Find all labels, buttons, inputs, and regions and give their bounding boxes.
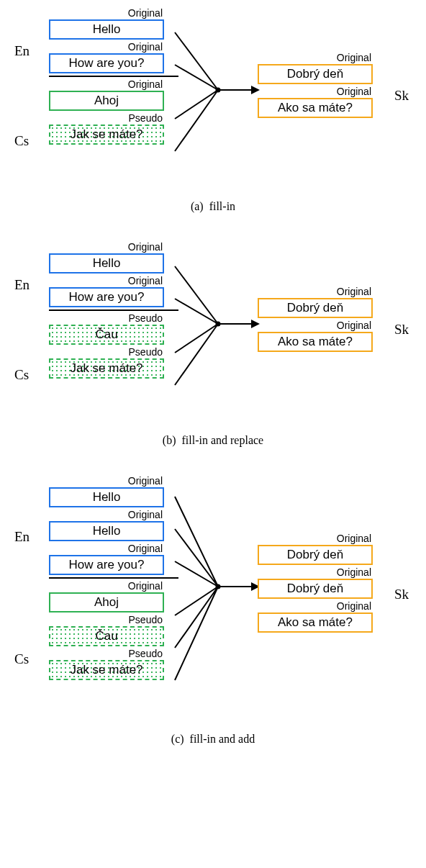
sk-text-akosamate: Ako sa máte? — [278, 335, 353, 348]
merge-arrow-icon — [168, 486, 261, 702]
tag-original: Original — [337, 601, 371, 611]
merge-arrow-icon — [168, 256, 261, 399]
label-en: En — [14, 277, 30, 293]
en-box-3: Original How are you? — [49, 555, 164, 575]
cs-text-ahoj: Ahoj — [94, 595, 119, 609]
caption-c: (c) fill-in and add — [6, 733, 420, 746]
cs-box-1: Original Ahoj — [49, 592, 164, 612]
tag-original: Original — [337, 533, 371, 543]
cs-box-1: Original Ahoj — [49, 91, 164, 111]
tag-original: Original — [337, 320, 371, 330]
en-box-2: Original How are you? — [49, 287, 164, 307]
sk-box-3: Original Ako sa máte? — [258, 612, 373, 633]
en-box-1: Original Hello — [49, 253, 164, 273]
merge-arrow-icon — [168, 22, 261, 166]
cs-box-1: Pseudo Čau — [49, 325, 164, 345]
label-sk: Sk — [394, 322, 409, 338]
left-column: Original Hello Original How are you? Pse… — [49, 241, 171, 380]
tag-pseudo: Pseudo — [129, 615, 163, 625]
tag-original: Original — [128, 242, 163, 252]
label-sk: Sk — [394, 587, 409, 602]
label-en: En — [14, 43, 30, 59]
label-en: En — [14, 529, 30, 545]
tag-original: Original — [128, 476, 163, 486]
en-text-howareyou: How are you? — [69, 290, 145, 304]
label-cs: Cs — [14, 133, 29, 149]
en-box-1: Original Hello — [49, 487, 164, 507]
cs-text-ahoj: Ahoj — [94, 94, 119, 107]
caption-a: (a) fill-in — [6, 200, 420, 213]
en-box-2: Original Hello — [49, 521, 164, 541]
cs-box-3: Pseudo Jak se máte? — [49, 660, 164, 680]
sk-text-dobryden: Dobrý deň — [287, 582, 343, 595]
sk-text-dobryden: Dobrý deň — [287, 548, 343, 561]
en-text-hello: Hello — [93, 490, 121, 504]
sk-box-2: Original Ako sa máte? — [258, 332, 373, 352]
tag-original: Original — [128, 510, 163, 520]
cs-text-cau: Čau — [95, 327, 117, 341]
sk-text-dobryden: Dobrý deň — [287, 67, 343, 81]
cs-box-2: Pseudo Čau — [49, 626, 164, 646]
tag-pseudo: Pseudo — [129, 113, 163, 123]
sk-box-1: Original Dobrý deň — [258, 64, 373, 84]
tag-original: Original — [337, 86, 371, 96]
en-box-1: Original Hello — [49, 19, 164, 40]
tag-original: Original — [128, 543, 163, 553]
sk-box-2: Original Ako sa máte? — [258, 98, 373, 118]
cs-text-jaksemate: Jak se máte? — [70, 361, 142, 375]
tag-pseudo: Pseudo — [129, 648, 163, 659]
right-column: Original Dobrý deň Original Dobrý deň Or… — [258, 533, 373, 634]
cs-text-jaksemate: Jak se máte? — [70, 663, 142, 677]
tag-original: Original — [337, 286, 371, 297]
sk-box-1: Original Dobrý deň — [258, 545, 373, 565]
en-text-hello: Hello — [93, 524, 121, 538]
cs-box-2: Pseudo Jak se máte? — [49, 125, 164, 145]
cs-text-jaksemate: Jak se máte? — [70, 127, 142, 141]
tag-original: Original — [337, 567, 371, 577]
cs-box-2: Pseudo Jak se máte? — [49, 358, 164, 379]
label-sk: Sk — [394, 88, 409, 104]
panel-a: En Cs Sk Original Hello Original How are… — [6, 7, 420, 216]
sk-box-1: Original Dobrý deň — [258, 298, 373, 318]
tag-original: Original — [337, 53, 371, 63]
sk-text-dobryden: Dobrý deň — [287, 301, 343, 315]
panel-c: En Cs Sk Original Hello Original Hello O… — [6, 475, 420, 749]
en-text-howareyou: How are you? — [69, 558, 145, 571]
tag-original: Original — [128, 42, 163, 52]
sk-box-2: Original Dobrý deň — [258, 579, 373, 599]
caption-b: (b) fill-in and replace — [6, 434, 420, 447]
right-column: Original Dobrý deň Original Ako sa máte? — [258, 286, 373, 353]
tag-pseudo: Pseudo — [129, 347, 163, 357]
tag-original: Original — [128, 581, 163, 591]
sk-text-akosamate: Ako sa máte? — [278, 101, 353, 114]
divider — [49, 309, 178, 311]
cs-text-cau: Čau — [95, 629, 117, 643]
en-text-hello: Hello — [93, 256, 121, 270]
tag-original: Original — [128, 79, 163, 89]
en-text-hello: Hello — [93, 22, 121, 36]
left-column: Original Hello Original Hello Original H… — [49, 475, 171, 682]
label-cs: Cs — [14, 651, 29, 667]
left-column: Original Hello Original How are you? Ori… — [49, 7, 171, 146]
sk-text-akosamate: Ako sa máte? — [278, 615, 353, 629]
tag-original: Original — [128, 276, 163, 286]
tag-original: Original — [128, 8, 163, 18]
tag-pseudo: Pseudo — [129, 313, 163, 323]
en-text-howareyou: How are you? — [69, 56, 145, 70]
divider — [49, 577, 178, 579]
label-cs: Cs — [14, 367, 29, 383]
en-box-2: Original How are you? — [49, 53, 164, 73]
right-column: Original Dobrý deň Original Ako sa máte? — [258, 52, 373, 119]
panel-b: En Cs Sk Original Hello Original How are… — [6, 241, 420, 450]
divider — [49, 76, 178, 77]
